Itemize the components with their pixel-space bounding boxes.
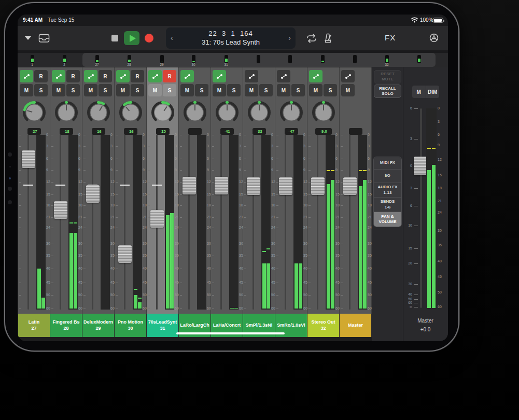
overview-mini-meter[interactable] <box>95 55 99 63</box>
solo-button[interactable]: S <box>99 84 112 96</box>
automation-button[interactable] <box>84 70 97 82</box>
overview-mini-meter[interactable] <box>160 55 164 63</box>
automation-button[interactable] <box>277 70 290 82</box>
track-label-32[interactable]: Stereo Out32 <box>307 314 339 337</box>
solo-button[interactable]: S <box>291 84 305 96</box>
pan-knob[interactable] <box>54 101 78 124</box>
track-label-27[interactable]: Latin27 <box>18 314 50 337</box>
fader-cap[interactable] <box>118 245 132 263</box>
fader-cap[interactable] <box>22 150 35 168</box>
overview-mini-meter[interactable] <box>128 55 131 63</box>
disclosure-chevron-icon[interactable] <box>24 36 32 40</box>
solo-button[interactable]: S <box>259 84 273 96</box>
midi-fx-button[interactable]: MIDI FX <box>374 157 401 170</box>
fader-cap[interactable] <box>86 185 100 203</box>
track-label-31[interactable]: 70sLeadSynt31 <box>147 314 178 337</box>
master-fader-track[interactable] <box>420 108 422 308</box>
pan-knob[interactable] <box>119 101 143 124</box>
fader-cap[interactable] <box>311 177 325 195</box>
fader-cap[interactable] <box>343 177 357 195</box>
recall-solo-button[interactable]: RECALL SOLO <box>374 85 401 98</box>
track-label-master[interactable]: Master <box>340 314 371 337</box>
overview-mini-meter[interactable] <box>225 55 228 63</box>
overview-mini-meter[interactable] <box>63 55 66 63</box>
solo-button[interactable]: S <box>34 84 48 96</box>
pan-knob[interactable] <box>183 101 207 124</box>
automation-button[interactable] <box>180 70 194 82</box>
mute-button[interactable]: M <box>52 84 65 96</box>
record-enable-button[interactable]: R <box>34 70 48 82</box>
fader-cap[interactable] <box>150 210 164 228</box>
record-enable-button[interactable]: R <box>66 70 80 82</box>
record-enable-button[interactable]: R <box>131 70 144 82</box>
fader-cap[interactable] <box>215 177 228 194</box>
solo-button[interactable]: S <box>66 84 80 96</box>
overview-mini-meter[interactable] <box>321 55 325 63</box>
mute-button[interactable]: M <box>309 84 322 96</box>
mute-button[interactable]: M <box>180 84 194 96</box>
pan-knob[interactable] <box>279 101 303 124</box>
track-overview-ruler[interactable]: 12272829303132 <box>18 53 448 67</box>
mute-button[interactable]: M <box>245 84 258 96</box>
fader-track[interactable] <box>285 135 286 310</box>
track-label-30[interactable]: Pno Motion30 <box>115 314 146 337</box>
overview-mini-meter[interactable] <box>417 55 421 63</box>
mute-button[interactable]: M <box>277 84 290 96</box>
stop-button[interactable] <box>111 35 118 41</box>
master-mute-button[interactable]: M <box>412 86 426 98</box>
solo-button[interactable]: S <box>324 84 337 96</box>
tray-icon[interactable] <box>38 34 50 43</box>
lcd-next-icon[interactable]: › <box>288 34 291 42</box>
record-enable-button[interactable]: R <box>99 70 112 82</box>
automation-button[interactable] <box>20 70 33 82</box>
automation-button[interactable] <box>245 70 258 82</box>
horizontal-scrollbar[interactable] <box>176 332 285 334</box>
io-button[interactable]: I/O <box>374 170 401 183</box>
record-enable-button[interactable]: R <box>163 70 176 82</box>
fader-track[interactable] <box>349 135 350 310</box>
track-label-28[interactable]: Fingered Bs28 <box>50 314 82 337</box>
pan-knob[interactable] <box>215 101 239 124</box>
lcd-display[interactable]: ‹ 22 3 1 164 31: 70s Lead Synth › <box>166 27 296 49</box>
overview-mini-meter[interactable] <box>385 55 389 63</box>
mute-button[interactable]: M <box>341 84 355 96</box>
fader-cap[interactable] <box>54 201 67 219</box>
pan-volume-button[interactable]: PAN & VOLUME <box>374 212 401 227</box>
automation-button[interactable] <box>341 70 355 82</box>
overview-mini-meter[interactable] <box>288 55 292 63</box>
overview-mini-meter[interactable] <box>353 55 357 63</box>
pan-knob[interactable] <box>87 101 110 124</box>
settings-icon[interactable] <box>429 33 439 43</box>
automation-button[interactable] <box>148 70 162 82</box>
master-dim-button[interactable]: DIM <box>426 86 440 98</box>
mute-button[interactable]: M <box>213 84 226 96</box>
solo-button[interactable]: S <box>227 84 241 96</box>
automation-button[interactable] <box>52 70 65 82</box>
audio-fx-button[interactable]: AUDIO FX 1-13 <box>374 183 401 198</box>
fader-cap[interactable] <box>247 177 260 195</box>
play-button[interactable] <box>124 31 139 45</box>
fader-track[interactable] <box>317 135 318 310</box>
pan-knob[interactable] <box>151 101 175 124</box>
fader-cap[interactable] <box>183 177 196 194</box>
fader-track[interactable] <box>253 135 254 310</box>
mute-button[interactable]: M <box>84 84 97 96</box>
solo-button[interactable]: S <box>195 84 208 96</box>
pan-knob[interactable] <box>247 101 271 124</box>
fader-track[interactable] <box>60 135 61 310</box>
reset-mute-button[interactable]: RESET MUTE <box>374 70 401 83</box>
fader-track[interactable] <box>124 135 125 310</box>
overview-mini-meter[interactable] <box>192 55 195 63</box>
sends-button[interactable]: SENDS 1-6 <box>374 198 401 212</box>
fader-cap[interactable] <box>279 177 292 195</box>
fader-track[interactable] <box>188 135 190 310</box>
cycle-icon[interactable] <box>306 33 317 44</box>
overview-mini-meter[interactable] <box>31 55 34 63</box>
record-button[interactable] <box>145 34 153 43</box>
track-label-29[interactable]: DeluxModern29 <box>82 314 114 337</box>
automation-button[interactable] <box>116 70 130 82</box>
fx-button[interactable]: FX <box>385 33 396 42</box>
overview-mini-meter[interactable] <box>257 55 260 63</box>
fader-track[interactable] <box>92 135 93 310</box>
automation-button[interactable] <box>309 70 322 82</box>
